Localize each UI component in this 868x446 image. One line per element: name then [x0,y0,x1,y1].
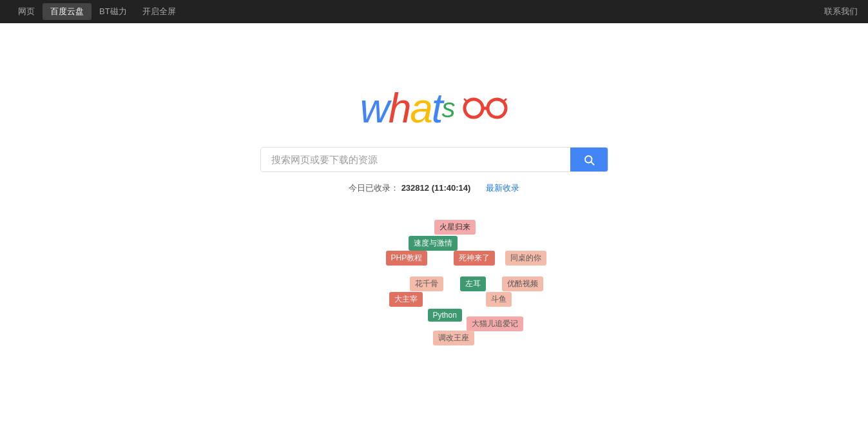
logo-t: t [432,88,442,129]
stats-bar: 今日已收录： 232812 (11:40:14) 最新收录 [349,182,519,194]
search-input[interactable] [261,148,570,171]
nav-item-baidu-cloud[interactable]: 百度云盘 [43,3,92,20]
infinity-icon [462,95,508,121]
nav-item-fullscreen[interactable]: 开启全屏 [135,3,184,20]
stats-prefix: 今日已收录： [349,183,399,193]
logo-w: w [360,88,388,129]
tag-item[interactable]: 火星归来 [434,220,476,235]
tag-item[interactable]: 斗鱼 [486,292,512,307]
tag-cloud: 火星归来速度与激情PHP教程死神来了同桌的你花千骨左耳优酷视频大主宰斗鱼Pyth… [305,220,563,368]
search-button[interactable] [570,148,608,171]
tag-item[interactable]: 花千骨 [410,276,443,291]
svg-line-6 [591,162,593,164]
tag-item[interactable]: 同桌的你 [505,251,546,266]
tag-item[interactable]: 速度与激情 [409,236,458,251]
tag-item[interactable]: 调改王座 [433,331,474,345]
nav-item-webpage[interactable]: 网页 [10,3,43,20]
tag-item[interactable]: 左耳 [460,276,486,291]
svg-point-0 [465,99,483,117]
search-bar [260,147,608,172]
logo-h: h [389,88,410,129]
site-logo: w h a t s [360,88,508,129]
svg-point-1 [488,99,506,117]
tag-item[interactable]: PHP教程 [386,251,428,266]
logo-infinity [462,95,508,121]
search-icon [583,154,595,166]
tag-item[interactable]: 大猫儿追爱记 [467,316,523,331]
logo-s: s [442,95,454,122]
contact-link[interactable]: 联系我们 [824,6,858,17]
tag-item[interactable]: 死神来了 [454,251,495,266]
svg-line-3 [465,99,466,101]
main-content: w h a t s [0,23,868,368]
logo-a: a [410,88,432,129]
stats-count: 232812 [401,183,429,193]
nav-item-bt-magnet[interactable]: BT磁力 [92,3,135,20]
stats-time: (11:40:14) [432,183,471,193]
tag-item[interactable]: 优酷视频 [502,276,543,291]
tag-item[interactable]: 大主宰 [389,292,423,307]
tag-item[interactable]: Python [428,309,462,322]
latest-link[interactable]: 最新收录 [486,183,519,193]
navbar: 网页百度云盘BT磁力开启全屏 联系我们 [0,0,868,23]
svg-line-4 [505,99,506,101]
